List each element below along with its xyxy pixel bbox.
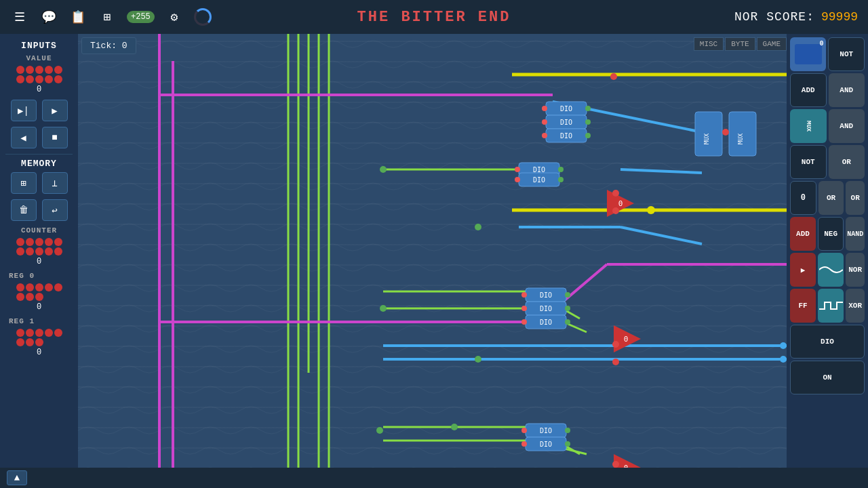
svg-point-82: [475, 356, 481, 363]
chip-on[interactable]: ON: [790, 361, 865, 394]
chip-and-1[interactable]: AND: [829, 73, 865, 107]
chip-add[interactable]: ADD: [790, 73, 827, 107]
value-label: VALUE: [5, 54, 73, 62]
chip-neg[interactable]: NEG: [818, 217, 844, 251]
chip-label: NAND: [847, 230, 863, 238]
divider-1: [5, 154, 73, 155]
svg-point-97: [780, 356, 787, 363]
value-num: 0: [5, 85, 73, 94]
counter-value: 0: [5, 257, 73, 266]
dot: [45, 329, 53, 337]
counter-label: COUNTER: [5, 226, 73, 235]
svg-text:DIO: DIO: [540, 291, 552, 299]
chip-or-3[interactable]: OR: [846, 181, 865, 215]
svg-point-65: [521, 428, 527, 433]
grid-btn[interactable]: ⊞: [11, 172, 37, 194]
dot: [45, 75, 53, 83]
chip-ff[interactable]: FF: [790, 289, 816, 323]
tab-misc[interactable]: MISC: [694, 37, 724, 51]
svg-point-90: [612, 359, 619, 365]
svg-text:0: 0: [618, 199, 623, 208]
svg-point-84: [380, 166, 387, 173]
svg-point-85: [451, 424, 458, 430]
chip-label: NOT: [840, 50, 853, 58]
chip-mux[interactable]: MUX: [790, 109, 827, 143]
svg-point-54: [565, 292, 570, 298]
menu-icon[interactable]: ☰: [10, 7, 29, 26]
tick-bar: Tick: 0: [81, 37, 136, 54]
chip-zero[interactable]: 0: [790, 181, 816, 215]
svg-point-50: [558, 177, 564, 182]
settings-icon[interactable]: ⚙: [165, 7, 184, 26]
wave-display: [819, 263, 843, 277]
chip-and-2[interactable]: AND: [829, 109, 865, 143]
dot: [35, 338, 43, 346]
undo-btn[interactable]: ↩: [42, 199, 68, 221]
control-row-2: ◀ ■: [5, 127, 73, 148]
dot: [45, 283, 53, 291]
dot: [45, 66, 53, 74]
svg-text:0: 0: [624, 335, 629, 344]
chip-wave[interactable]: [818, 253, 844, 287]
chip-dio[interactable]: DIO: [790, 325, 865, 359]
score-value: 99999: [821, 10, 858, 24]
toggle-btn[interactable]: ⊥: [42, 172, 68, 194]
chip-label: ADD: [802, 86, 815, 94]
svg-point-45: [515, 167, 520, 172]
chip-not[interactable]: NOT: [828, 37, 865, 71]
chip-or-2[interactable]: OR: [818, 181, 844, 215]
svg-point-81: [475, 224, 481, 230]
chip-nor[interactable]: NOR: [846, 253, 865, 287]
topbar-right: NOR SCORE: 99999: [734, 10, 858, 24]
stop-btn[interactable]: ■: [42, 127, 68, 148]
topbar-left: ☰ 💬 📋 ⊞ +255 ⚙: [10, 7, 212, 26]
svg-point-93: [722, 129, 729, 136]
dot: [35, 238, 43, 246]
control-row-4: 🗑 ↩: [5, 199, 73, 221]
play-btn[interactable]: ▶: [42, 100, 68, 121]
chip-row-8: FF XOR: [790, 289, 865, 323]
chat-icon[interactable]: 💬: [39, 7, 58, 26]
network-icon[interactable]: ⊞: [98, 7, 117, 26]
chip-wave2[interactable]: [818, 289, 844, 323]
step-forward-btn[interactable]: ▶|: [11, 100, 37, 121]
arrow-up-btn[interactable]: ▲: [7, 470, 27, 485]
svg-point-92: [610, 73, 617, 80]
dot: [54, 247, 62, 256]
tab-byte[interactable]: BYTE: [725, 37, 755, 51]
game-title: THE BITTER END: [357, 9, 511, 26]
score-label: NOR SCORE:: [734, 10, 814, 24]
dot: [16, 293, 24, 301]
value-dots: [5, 66, 73, 83]
svg-point-89: [612, 341, 619, 348]
tab-game[interactable]: GAME: [757, 37, 787, 51]
chip-label: AND: [840, 86, 853, 94]
chip-xor[interactable]: XOR: [846, 289, 865, 323]
canvas-area[interactable]: DIO DIO DIO DIO DIO DIO DIO DIO: [78, 34, 787, 468]
chip-add-2[interactable]: ADD: [790, 217, 816, 251]
clipboard-icon[interactable]: 📋: [68, 7, 87, 26]
dot: [16, 329, 24, 337]
dot: [35, 283, 43, 291]
dot: [35, 66, 43, 74]
reg1-value: 0: [5, 348, 73, 357]
inputs-title: INPUTS: [5, 41, 73, 51]
svg-text:DIO: DIO: [540, 427, 552, 434]
chip-label: ON: [823, 373, 831, 382]
chip-not-2[interactable]: NOT: [790, 145, 827, 179]
circuit-diagram: DIO DIO DIO DIO DIO DIO DIO DIO: [78, 34, 787, 468]
chip-play[interactable]: ▶: [790, 253, 816, 287]
chip-nand[interactable]: NAND: [846, 217, 865, 251]
chip-or-1[interactable]: OR: [829, 145, 865, 179]
control-row-3: ⊞ ⊥: [5, 172, 73, 194]
memory-title: MEMORY: [5, 159, 73, 169]
step-back-btn[interactable]: ◀: [11, 127, 37, 148]
chip-row-5: 0 OR OR: [790, 181, 865, 215]
chip-row-2: ADD AND: [790, 73, 865, 107]
dot: [16, 247, 24, 256]
svg-text:MUX: MUX: [737, 133, 744, 144]
chip-display[interactable]: 0: [790, 37, 826, 71]
svg-text:DIO: DIO: [560, 105, 572, 113]
topbar-center: THE BITTER END: [357, 9, 511, 26]
delete-btn[interactable]: 🗑: [11, 199, 37, 221]
